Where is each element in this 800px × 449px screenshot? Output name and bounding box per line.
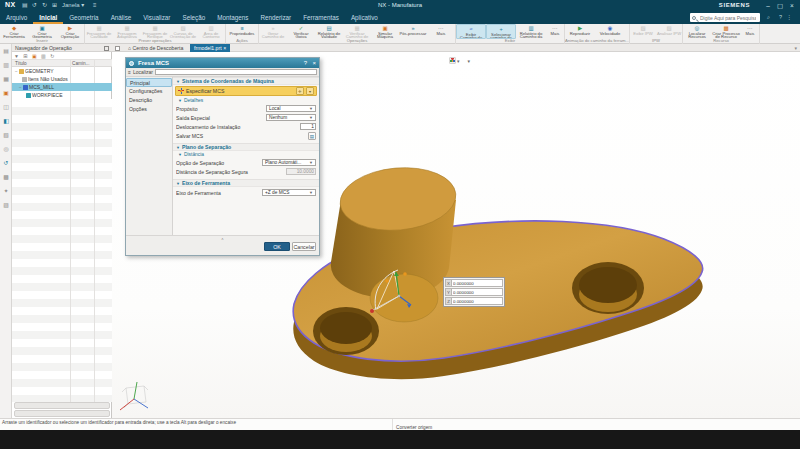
hd3d-tools-icon[interactable]: ▧: [0, 128, 12, 142]
column-caminho[interactable]: Camin...: [72, 60, 89, 67]
pin-panel-icon[interactable]: [104, 46, 109, 51]
details-collapsed-panel[interactable]: [14, 410, 110, 417]
history-icon[interactable]: ↺: [0, 156, 12, 170]
curvas-orientacao-button[interactable]: Curvas de Orientação de Eixo Fixo: [169, 24, 197, 39]
criar-geometria-button[interactable]: Criar Geometria: [28, 24, 56, 39]
saida-especial-dropdown[interactable]: Nenhum▼: [266, 114, 316, 122]
opcao-separacao-dropdown[interactable]: Plano Automáti...▼: [262, 159, 316, 167]
deslocamento-input[interactable]: [300, 123, 316, 131]
especificar-mcs-field[interactable]: Especificar MCS ✛ ▾: [175, 86, 317, 96]
salvar-mcs-button[interactable]: ▤: [308, 132, 316, 140]
tab-arquivo[interactable]: Arquivo: [0, 11, 33, 24]
area-contorno-button[interactable]: Área de Contorno: [197, 24, 225, 39]
tab-analise[interactable]: Análise: [105, 11, 138, 24]
machine-tool-navigator-icon[interactable]: ◫: [0, 100, 12, 114]
dependencies-collapsed-panel[interactable]: [14, 402, 110, 409]
exibir-caminho-button[interactable]: Exibir Caminho da Ferramenta: [456, 24, 486, 39]
cancel-button[interactable]: Cancelar: [292, 242, 316, 251]
dialog-titlebar[interactable]: Fresa MCS ? ×: [126, 58, 319, 68]
collapse-dialog-icon[interactable]: [221, 236, 223, 241]
manufacturing-wizards-icon[interactable]: ✦: [0, 184, 12, 198]
chevron-down-icon[interactable]: [468, 58, 471, 64]
csys-dialog-icon[interactable]: ✛: [296, 87, 304, 95]
web-browser-icon[interactable]: ◎: [0, 142, 12, 156]
tab-visualizar[interactable]: Visualizar: [137, 11, 176, 24]
exibir-ipw-button[interactable]: Exibir IPW: [630, 24, 656, 39]
ribbon-collapse-icon[interactable]: [794, 45, 797, 51]
criar-ferramenta-button[interactable]: Criar Ferramenta: [0, 24, 28, 39]
nav-descricao[interactable]: Descrição: [126, 96, 172, 105]
tab-centro-descoberta[interactable]: Centro de Descoberta: [124, 44, 187, 52]
nav-opcoes[interactable]: Opções: [126, 105, 172, 114]
chevron-down-icon[interactable]: [457, 58, 460, 64]
fresagem-retoque-button[interactable]: Fresagem de Retoque: [141, 24, 169, 39]
wcs-orientation-icon[interactable]: [449, 57, 456, 64]
selecionar-caminho-button[interactable]: Selecionar caminho da ferramenta: [486, 24, 516, 39]
assembly-navigator-icon[interactable]: ▤: [0, 44, 12, 58]
options-icon[interactable]: ⋮: [787, 14, 793, 20]
simular-maquina-button[interactable]: Simular Máquina: [371, 24, 399, 39]
relatorio-caminho-button[interactable]: Relatório do Caminho da Ferramenta: [516, 24, 546, 39]
tab-renderizar[interactable]: Renderizar: [254, 11, 297, 24]
maximize-button[interactable]: ▢: [774, 1, 786, 10]
minimize-button[interactable]: –: [762, 1, 774, 10]
fresagem-cavidade-button[interactable]: Fresagem de Cavidade: [85, 24, 113, 39]
close-button[interactable]: ×: [786, 1, 798, 10]
subsection-distancia[interactable]: ▼Distância: [173, 151, 319, 158]
find-input[interactable]: [155, 69, 317, 75]
operation-navigator-icon[interactable]: ▣: [0, 86, 12, 100]
verificar-goiva-button[interactable]: Verificar Goiva: [287, 24, 315, 39]
filter-icon[interactable]: ▼: [14, 53, 19, 59]
tab-ferramentas[interactable]: Ferramentas: [297, 11, 345, 24]
tree-row-itens-nao-usados[interactable]: Itens Não Usados: [12, 75, 112, 83]
propriedades-button[interactable]: Propriedades: [226, 24, 258, 39]
velocidade-button[interactable]: Velocidade: [595, 24, 625, 39]
search-input[interactable]: [698, 14, 758, 22]
dialog-close-button[interactable]: ×: [312, 58, 316, 68]
operacoes-mais-button[interactable]: Mais: [427, 24, 455, 39]
tree-row-workpiece[interactable]: WORKPIECE: [12, 91, 112, 99]
roles-icon[interactable]: ▨: [0, 198, 12, 212]
tree-row-geometry[interactable]: −GEOMETRY: [12, 67, 112, 75]
criar-operacao-button[interactable]: Criar Operação: [56, 24, 84, 39]
expand-all-icon[interactable]: ⊞: [23, 53, 27, 59]
analisar-ipw-button[interactable]: Analisar IPW: [656, 24, 682, 39]
detach-checkbox[interactable]: [115, 46, 120, 51]
tab-selecao[interactable]: Seleção: [176, 11, 211, 24]
csys-options-icon[interactable]: ▾: [306, 87, 314, 95]
tree-row-mcs-mill[interactable]: −MCS_MILL: [12, 83, 112, 91]
relatorio-validade-button[interactable]: Relatório de Validade: [315, 24, 343, 39]
criar-processo-button[interactable]: Criar Processo de Recurso: [711, 24, 741, 39]
command-search[interactable]: [690, 13, 760, 22]
constraint-navigator-icon[interactable]: ▥: [0, 58, 12, 72]
column-titulo[interactable]: Título: [15, 60, 27, 67]
proposito-dropdown[interactable]: Local▼: [266, 105, 316, 113]
section-sistema-coordenadas[interactable]: ▼Sistema de Coordenadas de Máquina: [173, 77, 319, 85]
subsection-detalhes[interactable]: ▼Detalhes: [173, 97, 319, 104]
eixo-ferramenta-dropdown[interactable]: +Z de MCS▼: [262, 189, 316, 197]
gerar-caminho-button[interactable]: Gerar Caminho de Ferramenta: [259, 24, 287, 39]
z-coordinate-input[interactable]: [452, 297, 503, 305]
reuse-library-icon[interactable]: ◧: [0, 114, 12, 128]
section-eixo-ferramenta[interactable]: ▼Eixo de Ferramenta: [173, 179, 319, 187]
section-plano-separacao[interactable]: ▼Plano de Separação: [173, 143, 319, 151]
pos-processar-button[interactable]: Pós-processar: [399, 24, 427, 39]
columns-icon[interactable]: ▥: [41, 53, 46, 59]
tab-inicial[interactable]: Inicial: [33, 11, 63, 24]
tab-montagens[interactable]: Montagens: [211, 11, 254, 24]
close-tab-icon[interactable]: ×: [223, 45, 226, 51]
exibir-mais-button[interactable]: Mais: [546, 24, 564, 39]
search-go-icon[interactable]: ⌕: [767, 14, 770, 21]
tab-geometria[interactable]: Geometria: [63, 11, 104, 24]
y-coordinate-input[interactable]: [452, 288, 503, 296]
x-coordinate-input[interactable]: [452, 279, 503, 287]
part-navigator-icon[interactable]: ▦: [0, 72, 12, 86]
ok-button[interactable]: OK: [264, 242, 290, 251]
tab-frmodel1-prt[interactable]: frmodel1.prt ×: [190, 44, 230, 52]
fresagem-adaptativa-button[interactable]: Fresagem Adaptativa: [113, 24, 141, 39]
help-icon[interactable]: ?: [779, 14, 782, 20]
refresh-icon[interactable]: ↻: [50, 53, 54, 59]
nav-principal[interactable]: Principal: [126, 78, 172, 87]
recurso-mais-button[interactable]: Mais: [741, 24, 759, 39]
verificar-caminho-button[interactable]: Verificar Caminho de Ferramenta: [343, 24, 371, 39]
